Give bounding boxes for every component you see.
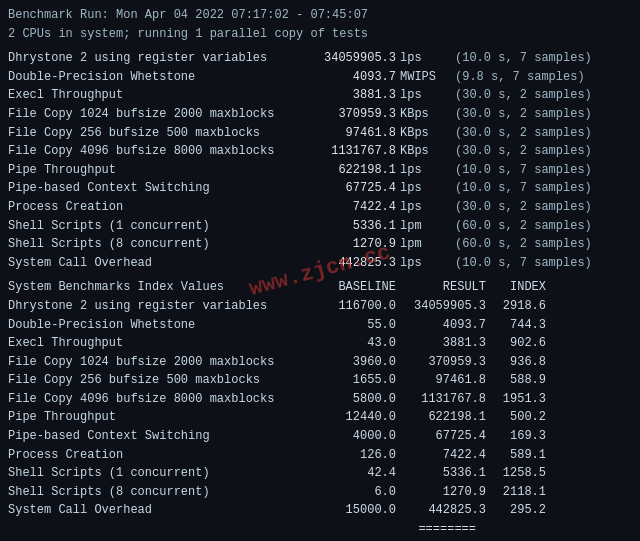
table-row-index: 1951.3 (486, 390, 546, 409)
perf-row-unit: lps (396, 254, 451, 273)
table-header-result: RESULT (396, 278, 486, 297)
table-row-index: 500.2 (486, 408, 546, 427)
table-row-baseline: 4000.0 (306, 427, 396, 446)
table-data-rows: Dhrystone 2 using register variables 116… (8, 297, 632, 520)
table-row-result: 5336.1 (396, 464, 486, 483)
table-row: Pipe Throughput 12440.0 622198.1 500.2 (8, 408, 632, 427)
perf-row-extra: (30.0 s, 2 samples) (451, 142, 592, 161)
perf-row-name: Execl Throughput (8, 86, 306, 105)
perf-row-name: Shell Scripts (1 concurrent) (8, 217, 306, 236)
perf-row-unit: lps (396, 179, 451, 198)
perf-row-value: 1131767.8 (306, 142, 396, 161)
perf-row-extra: (30.0 s, 2 samples) (451, 124, 592, 143)
perf-row-name: Dhrystone 2 using register variables (8, 49, 306, 68)
perf-row-name: System Call Overhead (8, 254, 306, 273)
table-row-name: Process Creation (8, 446, 306, 465)
perf-row-unit: lpm (396, 235, 451, 254)
table-row-result: 1131767.8 (396, 390, 486, 409)
equals-symbol: ======== (396, 520, 476, 539)
perf-row-name: Double-Precision Whetstone (8, 68, 306, 87)
perf-row: Dhrystone 2 using register variables 340… (8, 49, 632, 68)
perf-row: Execl Throughput 3881.3 lps (30.0 s, 2 s… (8, 86, 632, 105)
table-row-baseline: 116700.0 (306, 297, 396, 316)
table-row: Pipe-based Context Switching 4000.0 6772… (8, 427, 632, 446)
table-row-baseline: 1655.0 (306, 371, 396, 390)
perf-row-name: File Copy 1024 bufsize 2000 maxblocks (8, 105, 306, 124)
perf-row-extra: (30.0 s, 2 samples) (451, 105, 592, 124)
table-row-name: Double-Precision Whetstone (8, 316, 306, 335)
perf-row-extra: (10.0 s, 7 samples) (451, 179, 592, 198)
table-row-result: 622198.1 (396, 408, 486, 427)
perf-row-unit: lps (396, 161, 451, 180)
table-row-result: 97461.8 (396, 371, 486, 390)
perf-row-value: 34059905.3 (306, 49, 396, 68)
table-row: Double-Precision Whetstone 55.0 4093.7 7… (8, 316, 632, 335)
table-row-index: 2918.6 (486, 297, 546, 316)
table-row: Shell Scripts (8 concurrent) 6.0 1270.9 … (8, 483, 632, 502)
table-row-result: 442825.3 (396, 501, 486, 520)
table-row-baseline: 15000.0 (306, 501, 396, 520)
table-row: File Copy 256 bufsize 500 maxblocks 1655… (8, 371, 632, 390)
table-row-result: 1270.9 (396, 483, 486, 502)
perf-row-unit: KBps (396, 142, 451, 161)
perf-row-value: 622198.1 (306, 161, 396, 180)
table-row-name: Execl Throughput (8, 334, 306, 353)
table-row-name: Shell Scripts (1 concurrent) (8, 464, 306, 483)
table-row-baseline: 126.0 (306, 446, 396, 465)
table-row: Dhrystone 2 using register variables 116… (8, 297, 632, 316)
table-row-result: 67725.4 (396, 427, 486, 446)
table-row-index: 169.3 (486, 427, 546, 446)
perf-row-extra: (60.0 s, 2 samples) (451, 235, 592, 254)
perf-row-name: File Copy 256 bufsize 500 maxblocks (8, 124, 306, 143)
perf-row-extra: (60.0 s, 2 samples) (451, 217, 592, 236)
perf-row-value: 3881.3 (306, 86, 396, 105)
table-row-baseline: 6.0 (306, 483, 396, 502)
table-header-index: INDEX (486, 278, 546, 297)
perf-row-name: File Copy 4096 bufsize 8000 maxblocks (8, 142, 306, 161)
table-row-baseline: 43.0 (306, 334, 396, 353)
perf-row: System Call Overhead 442825.3 lps (10.0 … (8, 254, 632, 273)
table-row-name: File Copy 4096 bufsize 8000 maxblocks (8, 390, 306, 409)
table-row-index: 1258.5 (486, 464, 546, 483)
table-row-result: 34059905.3 (396, 297, 486, 316)
perf-row-extra: (10.0 s, 7 samples) (451, 161, 592, 180)
table-row: Process Creation 126.0 7422.4 589.1 (8, 446, 632, 465)
table-row-index: 295.2 (486, 501, 546, 520)
perf-row-name: Shell Scripts (8 concurrent) (8, 235, 306, 254)
perf-row-name: Pipe-based Context Switching (8, 179, 306, 198)
table-row-baseline: 55.0 (306, 316, 396, 335)
perf-row-extra: (30.0 s, 2 samples) (451, 198, 592, 217)
table-row-index: 936.8 (486, 353, 546, 372)
table-row-index: 2118.1 (486, 483, 546, 502)
table-row: File Copy 4096 bufsize 8000 maxblocks 58… (8, 390, 632, 409)
perf-row: Double-Precision Whetstone 4093.7 MWIPS … (8, 68, 632, 87)
perf-row: Pipe Throughput 622198.1 lps (10.0 s, 7 … (8, 161, 632, 180)
table-row: System Call Overhead 15000.0 442825.3 29… (8, 501, 632, 520)
performance-rows: Dhrystone 2 using register variables 340… (8, 49, 632, 272)
table-row-result: 370959.3 (396, 353, 486, 372)
perf-row: Process Creation 7422.4 lps (30.0 s, 2 s… (8, 198, 632, 217)
table-header-baseline: BASELINE (306, 278, 396, 297)
table-row-baseline: 42.4 (306, 464, 396, 483)
equals-divider-row: ======== (8, 520, 632, 539)
perf-row-value: 5336.1 (306, 217, 396, 236)
table-row-name: Shell Scripts (8 concurrent) (8, 483, 306, 502)
perf-row-value: 67725.4 (306, 179, 396, 198)
table-row-name: Pipe Throughput (8, 408, 306, 427)
table-row-index: 744.3 (486, 316, 546, 335)
table-row-baseline: 3960.0 (306, 353, 396, 372)
perf-row-unit: lps (396, 198, 451, 217)
perf-row-value: 7422.4 (306, 198, 396, 217)
table-row-baseline: 12440.0 (306, 408, 396, 427)
perf-row-value: 1270.9 (306, 235, 396, 254)
perf-row-extra: (10.0 s, 7 samples) (451, 254, 592, 273)
perf-row-unit: MWIPS (396, 68, 451, 87)
table-row-name: Pipe-based Context Switching (8, 427, 306, 446)
table-row-index: 589.1 (486, 446, 546, 465)
perf-row: Pipe-based Context Switching 67725.4 lps… (8, 179, 632, 198)
perf-row-unit: KBps (396, 124, 451, 143)
perf-row-value: 442825.3 (306, 254, 396, 273)
table-row-name: Dhrystone 2 using register variables (8, 297, 306, 316)
table-row-name: File Copy 1024 bufsize 2000 maxblocks (8, 353, 306, 372)
perf-row-extra: (10.0 s, 7 samples) (451, 49, 592, 68)
